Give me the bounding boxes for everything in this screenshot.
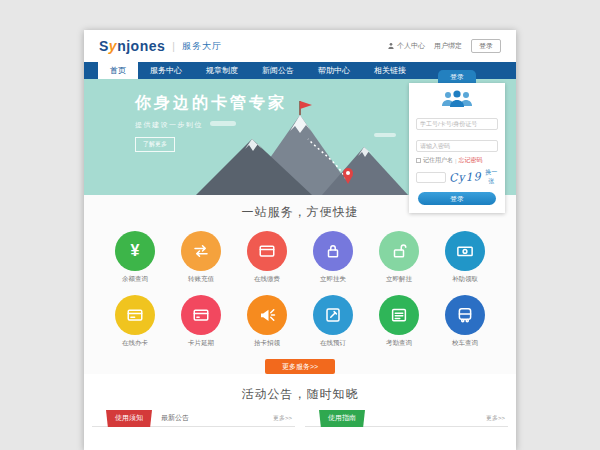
remember-checkbox[interactable] — [416, 158, 421, 163]
edit-icon — [313, 295, 353, 335]
login-options-row: 记住用户名 | 忘记密码 — [416, 156, 498, 165]
person-icon — [387, 42, 395, 50]
header-login-button[interactable]: 登录 — [471, 39, 501, 53]
service-item[interactable]: 拾卡招领 — [234, 295, 300, 348]
header-link[interactable]: 个人中心 — [387, 41, 425, 51]
service-label: 卡片延期 — [168, 339, 234, 348]
announcement-panels: 使用须知 最新公告 更多>> 使用指南 更多>> — [84, 403, 516, 450]
logo-accent: y — [109, 38, 117, 54]
latest-announcements-tab[interactable]: 最新公告 — [161, 413, 189, 426]
service-item[interactable]: 在线预订 — [300, 295, 366, 348]
announcements-title: 活动公告，随时知晓 — [84, 386, 516, 403]
captcha-row: Cy19 换一张 — [416, 168, 498, 186]
yuan-icon: ¥ — [115, 231, 155, 271]
hero-cta-button[interactable]: 了解更多 — [135, 137, 175, 152]
attendance-icon — [379, 295, 419, 335]
login-tab[interactable]: 登录 — [438, 70, 476, 83]
logo-divider: | — [172, 41, 175, 52]
service-item[interactable]: 立即解挂 — [366, 231, 432, 284]
services-section: 一站服务，方便快捷 ¥余额查询转账充值在线缴费立即挂失立即解挂补助领取在线办卡卡… — [84, 195, 516, 374]
service-label: 立即挂失 — [300, 275, 366, 284]
login-form: 记住用户名 | 忘记密码 Cy19 换一张 登录 — [409, 83, 505, 213]
service-item[interactable]: 在线缴费 — [234, 231, 300, 284]
unlock-icon — [379, 231, 419, 271]
lock-icon — [313, 231, 353, 271]
nav-tab[interactable]: 服务中心 — [138, 62, 194, 79]
captcha-input[interactable] — [416, 172, 446, 183]
notice-panel: 使用须知 最新公告 更多>> — [92, 410, 295, 450]
bus-icon — [445, 295, 485, 335]
hero-headline: 你身边的卡管专家 — [135, 93, 287, 114]
page-container: Synjones | 服务大厅 个人中心用户绑定 登录 首页服务中心规章制度新闻… — [84, 30, 516, 450]
header-links: 个人中心用户绑定 登录 — [387, 39, 501, 53]
desktop-canvas: { "header": { "logo": { "prefix": "S", "… — [0, 0, 600, 450]
more-services-button[interactable]: 更多服务>> — [265, 359, 335, 374]
nav-tab[interactable]: 新闻公告 — [250, 62, 306, 79]
header-link-label: 个人中心 — [397, 41, 425, 51]
site-name: 服务大厅 — [182, 40, 222, 53]
service-label: 在线办卡 — [102, 339, 168, 348]
service-item[interactable]: 在线办卡 — [102, 295, 168, 348]
header-link-label: 用户绑定 — [434, 41, 462, 51]
user-guide-ribbon[interactable]: 使用指南 — [319, 410, 365, 427]
transfer-icon — [181, 231, 221, 271]
header-link[interactable]: 用户绑定 — [434, 41, 462, 51]
card-renew-icon — [181, 295, 221, 335]
service-item[interactable]: 立即挂失 — [300, 231, 366, 284]
service-item[interactable]: 卡片延期 — [168, 295, 234, 348]
logo-text: Synjones — [99, 38, 165, 54]
notice-more-link[interactable]: 更多>> — [273, 414, 292, 426]
header-links-slot: 个人中心用户绑定 — [387, 41, 462, 51]
announcements-section: 活动公告，随时知晓 使用须知 最新公告 更多>> 使用指南 更多>> — [84, 374, 516, 450]
banknote-icon — [445, 231, 485, 271]
service-label: 补助领取 — [432, 275, 498, 284]
password-input[interactable] — [416, 140, 498, 152]
guide-panel: 使用指南 更多>> — [305, 410, 508, 450]
service-item[interactable]: 考勤查询 — [366, 295, 432, 348]
remember-label: 记住用户名 — [423, 156, 453, 165]
service-item[interactable]: ¥余额查询 — [102, 231, 168, 284]
logo[interactable]: Synjones | 服务大厅 — [99, 38, 222, 54]
service-label: 拾卡招领 — [234, 339, 300, 348]
options-separator: | — [455, 158, 457, 164]
notice-panel-body — [92, 427, 295, 450]
forgot-password-link[interactable]: 忘记密码 — [459, 156, 483, 165]
service-label: 在线预订 — [300, 339, 366, 348]
megaphone-icon — [247, 295, 287, 335]
hero-subtitle: 提供建设一步到位 — [135, 120, 287, 130]
nav-tab[interactable]: 帮助中心 — [306, 62, 362, 79]
users-icon — [437, 89, 477, 108]
service-label: 考勤查询 — [366, 339, 432, 348]
hero-copy: 你身边的卡管专家 提供建设一步到位 了解更多 — [135, 93, 287, 152]
login-submit-button[interactable]: 登录 — [418, 192, 496, 205]
guide-more-link[interactable]: 更多>> — [486, 414, 505, 426]
service-label: 立即解挂 — [366, 275, 432, 284]
service-item[interactable]: 转账充值 — [168, 231, 234, 284]
card-pay-icon — [247, 231, 287, 271]
captcha-image[interactable]: Cy19 — [449, 170, 482, 185]
username-input[interactable] — [416, 118, 498, 130]
captcha-refresh-link[interactable]: 换一张 — [485, 168, 498, 186]
card-new-icon — [115, 295, 155, 335]
notice-panel-header: 使用须知 最新公告 更多>> — [92, 410, 295, 427]
nav-tab[interactable]: 首页 — [98, 62, 138, 79]
nav-tab[interactable]: 规章制度 — [194, 62, 250, 79]
service-label: 余额查询 — [102, 275, 168, 284]
service-item[interactable]: 校车查询 — [432, 295, 498, 348]
guide-panel-body — [305, 427, 508, 450]
site-header: Synjones | 服务大厅 个人中心用户绑定 登录 — [84, 30, 516, 62]
login-panel: 登录 记住用户名 | 忘记密码 Cy19 换一张 登录 — [409, 70, 505, 213]
usage-notice-ribbon[interactable]: 使用须知 — [106, 410, 152, 427]
guide-panel-header: 使用指南 更多>> — [305, 410, 508, 427]
service-item[interactable]: 补助领取 — [432, 231, 498, 284]
service-label: 在线缴费 — [234, 275, 300, 284]
service-label: 校车查询 — [432, 339, 498, 348]
service-label: 转账充值 — [168, 275, 234, 284]
services-grid: ¥余额查询转账充值在线缴费立即挂失立即解挂补助领取在线办卡卡片延期拾卡招领在线预… — [84, 221, 516, 348]
